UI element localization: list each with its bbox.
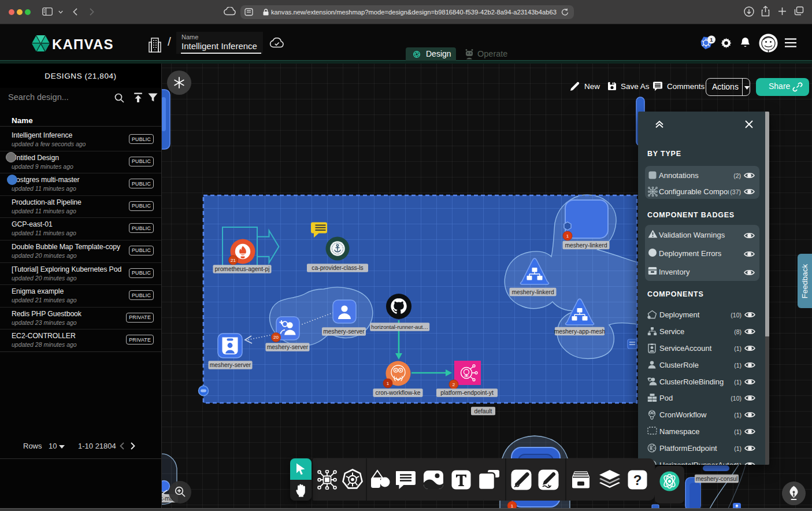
svg-text:prometheus-agent-pj: prometheus-agent-pj bbox=[214, 266, 269, 272]
svg-text:meshery-linkerd: meshery-linkerd bbox=[565, 242, 607, 249]
svg-text:1: 1 bbox=[710, 36, 713, 43]
svg-text:default: default bbox=[474, 408, 492, 414]
svg-text:21: 21 bbox=[231, 258, 236, 263]
svg-text:20: 20 bbox=[273, 335, 279, 340]
svg-text:platform-endpoint-yt: platform-endpoint-yt bbox=[440, 390, 494, 396]
svg-text:meshery-server: meshery-server bbox=[210, 362, 251, 368]
svg-text:ca-provider-class-ls: ca-provider-class-ls bbox=[312, 265, 363, 271]
svg-text:?: ? bbox=[633, 472, 642, 488]
svg-text:meshery-server: meshery-server bbox=[323, 328, 365, 335]
svg-text:cron-workflow-ke: cron-workflow-ke bbox=[376, 390, 421, 396]
svg-text:horizontal-runner-aut…: horizontal-runner-aut… bbox=[371, 324, 428, 330]
svg-text:meshery-linkerd: meshery-linkerd bbox=[511, 289, 554, 295]
svg-text:1: 1 bbox=[566, 234, 569, 239]
svg-text:1: 1 bbox=[387, 381, 390, 386]
svg-text:2: 2 bbox=[453, 382, 455, 387]
svg-text:meshery-app-mesh: meshery-app-mesh bbox=[554, 328, 606, 335]
svg-text:meshery-consul: meshery-consul bbox=[696, 476, 738, 482]
svg-text:meshery-server: meshery-server bbox=[267, 344, 309, 350]
